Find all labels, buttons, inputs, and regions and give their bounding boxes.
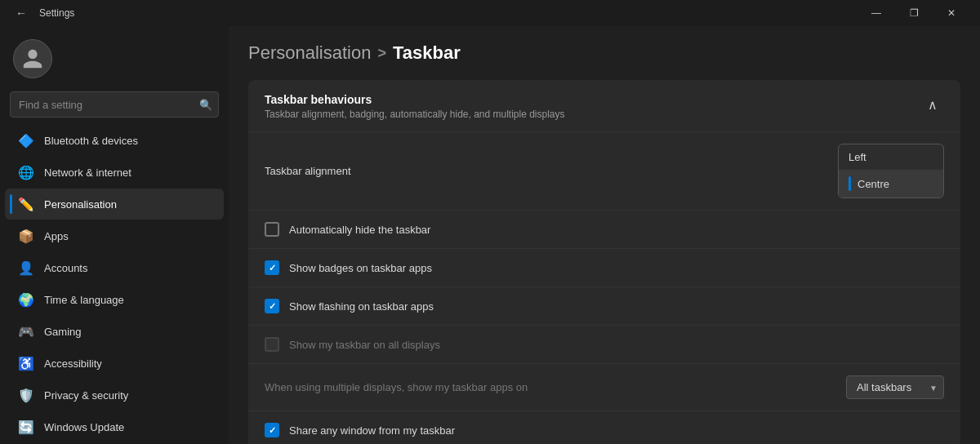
card-title: Taskbar behaviours — [265, 93, 565, 106]
sidebar-item-privacy[interactable]: 🛡️ Privacy & security — [5, 380, 224, 411]
setting-label-all-displays: Show my taskbar on all displays — [289, 339, 440, 351]
bluetooth-icon: 🔷 — [18, 132, 34, 149]
time-icon: 🌍 — [18, 291, 34, 308]
sidebar-item-label: Privacy & security — [44, 389, 128, 402]
setting-row-left: Share any window from my taskbar — [265, 423, 944, 437]
user-profile — [0, 26, 229, 88]
setting-label-badges: Show badges on taskbar apps — [289, 262, 432, 274]
nav-list: 🔷 Bluetooth & devices 🌐 Network & intern… — [0, 124, 229, 443]
sidebar-item-label: Accessibility — [44, 357, 102, 370]
sidebar-item-personalisation[interactable]: ✏️ Personalisation — [5, 189, 224, 220]
settings-rows: Taskbar alignment Left Centre Automatica… — [248, 132, 960, 444]
dropdown-btn-multiple-display[interactable]: All taskbars ▼ — [846, 375, 944, 399]
network-icon: 🌐 — [18, 164, 34, 180]
maximize-button[interactable]: ❐ — [895, 0, 933, 26]
settings-card: Taskbar behaviours Taskbar alignment, ba… — [248, 80, 960, 444]
setting-label-auto-hide: Automatically hide the taskbar — [289, 224, 430, 236]
card-header: Taskbar behaviours Taskbar alignment, ba… — [248, 80, 960, 132]
sidebar: 🔍 🔷 Bluetooth & devices 🌐 Network & inte… — [0, 26, 229, 444]
alignment-option-centre[interactable]: Centre — [839, 170, 943, 198]
sidebar-item-label: Apps — [44, 230, 69, 242]
sidebar-item-time[interactable]: 🌍 Time & language — [5, 284, 224, 315]
accounts-icon: 👤 — [18, 260, 34, 276]
checkbox-share-window[interactable] — [265, 423, 279, 437]
search-input[interactable] — [10, 91, 219, 118]
checkbox-flashing[interactable] — [265, 299, 279, 313]
alignment-option-left[interactable]: Left — [839, 144, 943, 170]
window-controls: — ❐ ✕ — [858, 0, 970, 26]
main-content: Personalisation > Taskbar Taskbar behavi… — [229, 26, 980, 444]
setting-row-left: Show my taskbar on all displays — [265, 337, 944, 352]
search-icon: 🔍 — [199, 99, 212, 111]
card-subtitle: Taskbar alignment, badging, automaticall… — [265, 109, 565, 120]
minimize-button[interactable]: — — [858, 0, 895, 26]
sidebar-item-update[interactable]: 🔄 Windows Update — [5, 411, 224, 442]
sidebar-item-label: Bluetooth & devices — [44, 135, 138, 147]
update-icon: 🔄 — [18, 419, 34, 435]
sidebar-item-label: Time & language — [44, 294, 124, 306]
setting-row-share-window: Share any window from my taskbar — [248, 411, 960, 444]
setting-row-left: Show badges on taskbar apps — [265, 260, 944, 275]
sidebar-item-apps[interactable]: 📦 Apps — [5, 220, 224, 251]
sidebar-item-label: Network & internet — [44, 166, 131, 179]
sidebar-item-network[interactable]: 🌐 Network & internet — [5, 157, 224, 188]
breadcrumb-current: Taskbar — [393, 42, 461, 64]
sidebar-item-label: Personalisation — [44, 198, 117, 211]
setting-label-share-window: Share any window from my taskbar — [289, 424, 455, 437]
dropdown-multiple-display[interactable]: All taskbars ▼ — [846, 375, 944, 399]
breadcrumb-separator: > — [377, 45, 386, 62]
sidebar-item-label: Gaming — [44, 326, 82, 338]
dropdown-arrow-icon: ▼ — [929, 383, 938, 392]
sidebar-item-accounts[interactable]: 👤 Accounts — [5, 252, 224, 283]
back-button[interactable]: ← — [10, 2, 33, 24]
window-title: Settings — [39, 7, 74, 19]
breadcrumb-parent[interactable]: Personalisation — [248, 42, 371, 64]
collapse-button[interactable]: ∧ — [921, 93, 944, 116]
close-button[interactable]: ✕ — [933, 0, 970, 26]
setting-row-multiple-display: When using multiple displays, show my ta… — [248, 364, 960, 411]
privacy-icon: 🛡️ — [18, 387, 34, 403]
card-header-info: Taskbar behaviours Taskbar alignment, ba… — [265, 93, 565, 120]
setting-row-alignment: Taskbar alignment Left Centre — [248, 132, 960, 211]
gaming-icon: 🎮 — [18, 323, 34, 340]
app-body: 🔍 🔷 Bluetooth & devices 🌐 Network & inte… — [0, 26, 980, 444]
sidebar-item-bluetooth[interactable]: 🔷 Bluetooth & devices — [5, 125, 224, 156]
breadcrumb: Personalisation > Taskbar — [248, 42, 960, 64]
sidebar-item-accessibility[interactable]: ♿ Accessibility — [5, 348, 224, 379]
dropdown-value: All taskbars — [857, 381, 911, 393]
setting-label-multiple-display: When using multiple displays, show my ta… — [265, 381, 528, 393]
personalisation-icon: ✏️ — [18, 196, 34, 212]
sidebar-item-label: Windows Update — [44, 421, 124, 433]
checkbox-badges[interactable] — [265, 260, 279, 275]
title-bar: ← Settings — ❐ ✕ — [0, 0, 980, 26]
setting-row-auto-hide: Automatically hide the taskbar — [248, 211, 960, 249]
setting-label-alignment: Taskbar alignment — [265, 165, 351, 177]
apps-icon: 📦 — [18, 228, 34, 244]
setting-row-left: When using multiple displays, show my ta… — [265, 381, 846, 393]
accessibility-icon: ♿ — [18, 355, 34, 371]
sidebar-item-label: Accounts — [44, 262, 87, 274]
alignment-options: Left Centre — [838, 144, 944, 198]
back-icon: ← — [16, 7, 27, 20]
setting-row-all-displays: Show my taskbar on all displays — [248, 326, 960, 364]
setting-row-flashing: Show flashing on taskbar apps — [248, 287, 960, 326]
setting-row-left: Show flashing on taskbar apps — [265, 299, 944, 313]
setting-row-badges: Show badges on taskbar apps — [248, 249, 960, 287]
checkbox-auto-hide[interactable] — [265, 222, 279, 237]
avatar — [13, 39, 52, 78]
setting-row-left: Automatically hide the taskbar — [265, 222, 944, 237]
search-box[interactable]: 🔍 — [10, 91, 219, 118]
setting-label-flashing: Show flashing on taskbar apps — [289, 300, 434, 313]
checkbox-all-displays — [265, 337, 279, 352]
sidebar-item-gaming[interactable]: 🎮 Gaming — [5, 316, 224, 347]
title-bar-left: ← Settings — [10, 2, 858, 24]
user-avatar-icon — [21, 47, 44, 70]
